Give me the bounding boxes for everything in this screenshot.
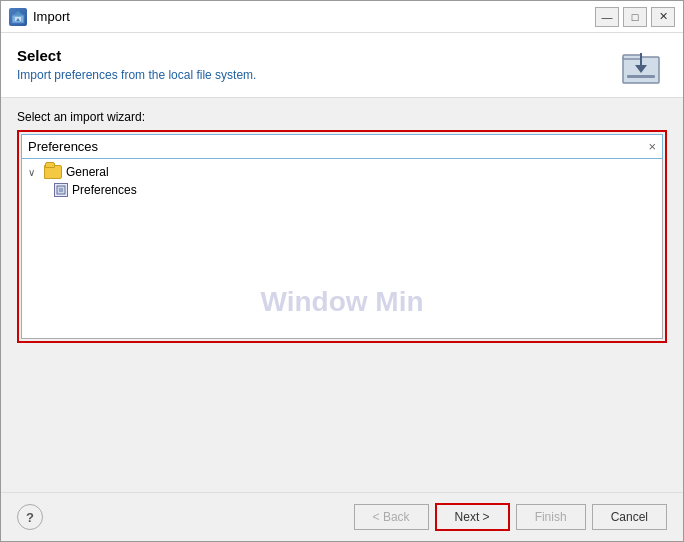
- main-section: Select an import wizard: × ∨ General: [1, 98, 683, 412]
- file-icon: [54, 183, 68, 197]
- svg-rect-5: [623, 55, 641, 59]
- finish-button[interactable]: Finish: [516, 504, 586, 530]
- general-label: General: [66, 165, 109, 179]
- search-input[interactable]: [22, 135, 642, 158]
- button-bar: ? < Back Next > Finish Cancel: [1, 492, 683, 541]
- wizard-label: Select an import wizard:: [17, 110, 667, 124]
- dialog-subtitle: Import preferences from the local file s…: [17, 68, 256, 82]
- watermark: Window Min: [260, 286, 423, 318]
- title-bar: Import — □ ✕: [1, 1, 683, 33]
- spacer: [1, 412, 683, 492]
- close-button[interactable]: ✕: [651, 7, 675, 27]
- search-clear-button[interactable]: ×: [642, 137, 662, 156]
- window-icon: [9, 8, 27, 26]
- dialog-title: Select: [17, 47, 256, 64]
- import-dialog: Import — □ ✕ Select Import preferences f…: [0, 0, 684, 542]
- minimize-button[interactable]: —: [595, 7, 619, 27]
- search-wrapper: × ∨ General: [17, 130, 667, 343]
- header-import-icon: [619, 47, 667, 87]
- expand-icon: ∨: [28, 167, 44, 178]
- content-area: Select Import preferences from the local…: [1, 33, 683, 541]
- next-button[interactable]: Next >: [435, 503, 510, 531]
- svg-rect-9: [57, 186, 65, 194]
- help-button[interactable]: ?: [17, 504, 43, 530]
- tree-general-item[interactable]: ∨ General: [22, 163, 662, 181]
- header-section: Select Import preferences from the local…: [1, 33, 683, 98]
- tree-preferences-item[interactable]: Preferences: [22, 181, 662, 199]
- cancel-button[interactable]: Cancel: [592, 504, 667, 530]
- maximize-button[interactable]: □: [623, 7, 647, 27]
- back-button[interactable]: < Back: [354, 504, 429, 530]
- search-row: ×: [21, 134, 663, 159]
- preferences-label: Preferences: [72, 183, 137, 197]
- svg-marker-1: [13, 11, 23, 15]
- window-title: Import: [33, 9, 595, 24]
- window-controls: — □ ✕: [595, 7, 675, 27]
- svg-rect-8: [627, 75, 655, 78]
- tree-container: ∨ General Preferences: [21, 159, 663, 339]
- folder-icon: [44, 165, 62, 179]
- header-text: Select Import preferences from the local…: [17, 47, 256, 82]
